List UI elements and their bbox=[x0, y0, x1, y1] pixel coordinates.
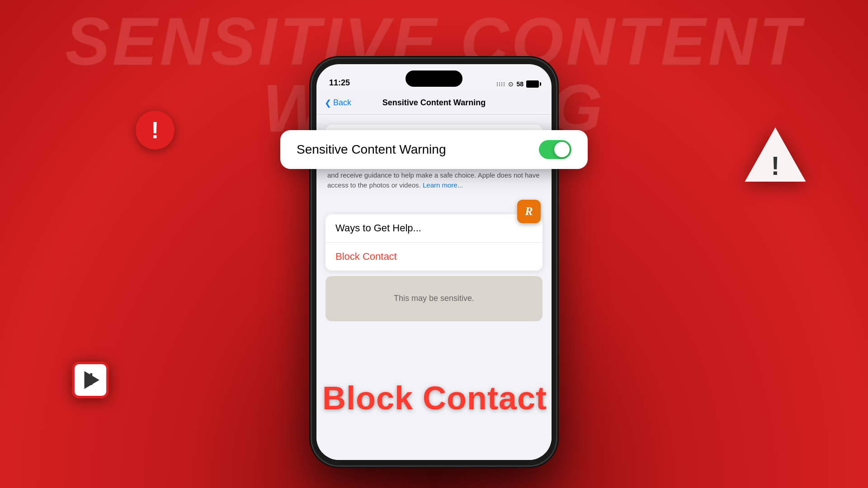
status-time: 11:25 bbox=[329, 78, 350, 88]
nav-bar: ❮ Back Sensitive Content Warning bbox=[316, 91, 552, 115]
app-icon-wrapper: R bbox=[326, 200, 542, 223]
floating-pill: Sensitive Content Warning bbox=[280, 130, 588, 169]
status-icons: ⁝⁝⁝⁝ ⊙ 58 bbox=[496, 80, 539, 88]
svg-text:!: ! bbox=[771, 151, 780, 180]
block-contact-label: Block Contact bbox=[335, 251, 397, 262]
svg-text:!: ! bbox=[89, 370, 94, 389]
battery-label: 58 bbox=[516, 80, 524, 88]
learn-more-link[interactable]: Learn more... bbox=[423, 181, 463, 189]
chevron-left-icon: ❮ bbox=[325, 98, 331, 108]
sensitive-area-text: This may be sensitive. bbox=[394, 294, 474, 303]
battery-fill bbox=[527, 81, 535, 87]
floating-toggle-knob bbox=[554, 142, 570, 157]
link-icon: ⊙ bbox=[508, 80, 514, 88]
back-button[interactable]: ❮ Back bbox=[325, 98, 351, 108]
play-icon-bottom-left: ! bbox=[70, 360, 111, 402]
warning-triangle-right: ! bbox=[741, 122, 809, 192]
battery-icon bbox=[526, 80, 539, 88]
back-label: Back bbox=[333, 98, 351, 108]
block-contact-overlay-text: Block Contact bbox=[322, 380, 547, 416]
dynamic-island bbox=[406, 70, 462, 87]
exclamation-icon: ! bbox=[151, 117, 159, 144]
app-icon: R bbox=[517, 200, 541, 223]
floating-pill-label: Sensitive Content Warning bbox=[297, 142, 446, 157]
nav-title: Sensitive Content Warning bbox=[382, 98, 486, 108]
signal-icon: ⁝⁝⁝⁝ bbox=[496, 81, 505, 88]
floating-toggle-switch[interactable] bbox=[539, 140, 571, 159]
sensitive-content-area: This may be sensitive. bbox=[326, 276, 542, 321]
block-contact-overlay: Block Contact bbox=[314, 380, 556, 417]
exclamation-circle-left: ! bbox=[136, 111, 175, 150]
app-icon-letter: R bbox=[525, 205, 533, 218]
ways-to-help-label: Ways to Get Help... bbox=[335, 222, 421, 234]
menu-item-block-contact[interactable]: Block Contact bbox=[326, 243, 542, 271]
message-popup: R Ways to Get Help... Block Contact bbox=[326, 200, 542, 271]
